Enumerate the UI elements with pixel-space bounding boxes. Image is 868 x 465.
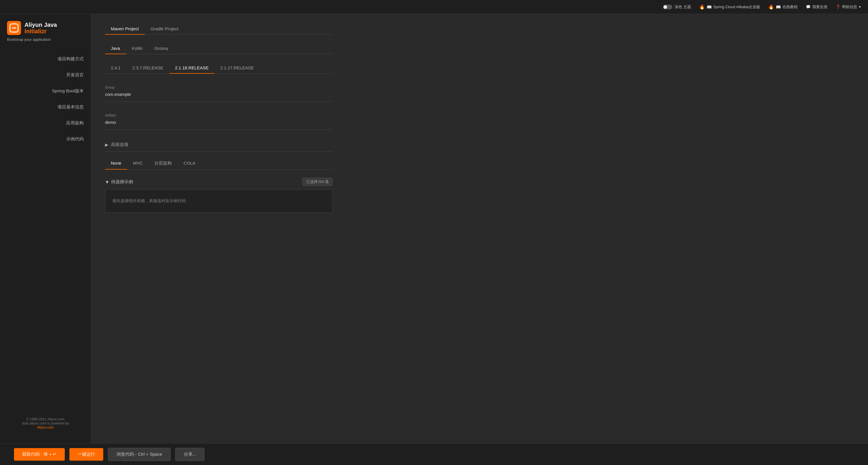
one-click-run-button[interactable]: 一键运行 — [69, 448, 103, 461]
chevron-right-icon: ▶ — [105, 142, 108, 147]
sidebar-item-language[interactable]: 开发语言 — [0, 67, 91, 83]
tab-gradle[interactable]: Gradle Project — [145, 23, 184, 35]
brand-sub: Initializr — [25, 28, 57, 34]
get-code-button[interactable]: 获取代码 - ⌘ + ↵ — [14, 448, 65, 461]
footer-link[interactable]: Aliyun.com — [37, 425, 54, 429]
advanced-label: 高级选项 — [111, 142, 128, 147]
tab-arch-layered[interactable]: 分层架构 — [149, 158, 178, 170]
example-badge: 已选择 0/0 项 — [303, 178, 333, 186]
theme-toggle-switch[interactable] — [663, 5, 672, 9]
sidebar-item-arch[interactable]: 应用架构 — [0, 115, 91, 131]
browse-label: 浏览代码 - Ctrl + Space — [116, 452, 162, 457]
arch-section: None MVC 分层架构 COLA — [105, 158, 333, 170]
feedback-label: 我要反馈 — [812, 4, 828, 10]
sidebar-item-build[interactable]: 项目构建方式 — [0, 51, 91, 67]
feedback-icon: 💬 — [806, 5, 810, 9]
fire-icon2: 🔥 — [768, 4, 774, 10]
tutorial-link[interactable]: 🔥 📖 在线教程 — [768, 4, 798, 10]
tab-boot-241[interactable]: 2.4.1 — [105, 62, 126, 74]
group-section: Group — [105, 82, 333, 102]
logo-box — [7, 21, 21, 35]
sidebar-brand: Aliyun Java Initializr Bootstrap your ap… — [0, 21, 91, 51]
example-section: ▼ 待选择示例 已选择 0/0 项 请先选择组件依赖，再挑选对应示例代码 — [105, 178, 333, 213]
share-button[interactable]: 分享... — [175, 448, 205, 461]
chevron-down-icon2: ▼ — [105, 179, 110, 185]
chevron-down-icon: ▾ — [859, 5, 861, 9]
spring-cloud-link[interactable]: 🔥 📖 Spring Cloud Alibaba企业版 — [699, 4, 760, 10]
brand-name: Aliyun Java — [25, 22, 57, 28]
help-icon: ❓ — [836, 5, 840, 9]
example-placeholder: 请先选择组件依赖，再挑选对应示例代码 — [105, 189, 333, 213]
advanced-toggle[interactable]: ▶ 高级选项 — [105, 138, 333, 152]
group-label: Group — [105, 86, 333, 90]
sidebar: Aliyun Java Initializr Bootstrap your ap… — [0, 14, 91, 443]
example-title-toggle[interactable]: ▼ 待选择示例 — [105, 179, 133, 185]
tab-arch-mvc[interactable]: MVC — [127, 158, 149, 170]
topbar: 深色 主题 🔥 📖 Spring Cloud Alibaba企业版 🔥 📖 在线… — [0, 0, 868, 14]
main-layout: Aliyun Java Initializr Bootstrap your ap… — [0, 14, 868, 443]
help-label: 帮助信息 — [842, 4, 857, 10]
browse-code-button[interactable]: 浏览代码 - Ctrl + Space — [108, 448, 170, 461]
example-header: ▼ 待选择示例 已选择 0/0 项 — [105, 178, 333, 186]
boot-version-section: 2.4.1 2.3.7.RELEASE 2.1.18.RELEASE 2.1.1… — [105, 62, 333, 74]
run-label: 一键运行 — [78, 452, 95, 457]
group-field-group: Group — [105, 82, 333, 102]
sidebar-item-boot-version[interactable]: Spring Boot版本 — [0, 83, 91, 99]
example-placeholder-text: 请先选择组件依赖，再挑选对应示例代码 — [112, 198, 186, 204]
fire-icon: 🔥 — [699, 4, 705, 10]
get-code-label: 获取代码 - ⌘ + ↵ — [22, 452, 57, 457]
brand-logo-row: Aliyun Java Initializr — [7, 21, 84, 35]
sidebar-item-example[interactable]: 示例代码 — [0, 131, 91, 147]
sidebar-footer: © 1999-2021 Aliyun.com start.aliyun.com … — [0, 410, 91, 436]
bottom-bar: 获取代码 - ⌘ + ↵ 一键运行 浏览代码 - Ctrl + Space 分享… — [0, 443, 868, 465]
share-label: 分享... — [184, 452, 196, 457]
example-title-label: 待选择示例 — [111, 179, 133, 185]
boot-tab-group: 2.4.1 2.3.7.RELEASE 2.1.18.RELEASE 2.1.1… — [105, 62, 333, 74]
form-area: Maven Project Gradle Project Java Kotlin… — [105, 23, 333, 213]
build-type-section: Maven Project Gradle Project — [105, 23, 333, 35]
tab-maven[interactable]: Maven Project — [105, 23, 145, 35]
brand-desc: Bootstrap your application — [7, 37, 84, 42]
feedback-link[interactable]: 💬 我要反馈 — [806, 4, 828, 10]
book-icon: 📖 — [707, 5, 712, 9]
tab-groovy[interactable]: Groovy — [149, 43, 174, 54]
artifact-section: Artifact — [105, 110, 333, 130]
theme-label: 深色 主题 — [675, 4, 691, 10]
footer-line2: start.aliyun.com is powered by — [7, 421, 84, 425]
tab-kotlin[interactable]: Kotlin — [126, 43, 149, 54]
artifact-label: Artifact — [105, 113, 333, 118]
artifact-input[interactable] — [105, 119, 333, 126]
tab-boot-2118[interactable]: 2.1.18.RELEASE — [169, 62, 214, 74]
tab-arch-none[interactable]: None — [105, 158, 127, 170]
arch-tab-group: None MVC 分层架构 COLA — [105, 158, 333, 170]
theme-toggle[interactable]: 深色 主题 — [663, 4, 691, 10]
sidebar-item-project-info[interactable]: 项目基本信息 — [0, 99, 91, 115]
tutorial-label: 在线教程 — [782, 4, 798, 10]
tab-boot-2117[interactable]: 2.1.17.RELEASE — [214, 62, 259, 74]
tab-arch-cola[interactable]: COLA — [178, 158, 201, 170]
language-section: Java Kotlin Groovy — [105, 43, 333, 54]
spring-cloud-label: Spring Cloud Alibaba企业版 — [713, 4, 760, 10]
language-tab-group: Java Kotlin Groovy — [105, 43, 333, 54]
sidebar-nav: 项目构建方式 开发语言 Spring Boot版本 项目基本信息 应用架构 示例… — [0, 51, 91, 410]
group-input[interactable] — [105, 91, 333, 98]
tab-java[interactable]: Java — [105, 43, 126, 54]
build-tab-group: Maven Project Gradle Project — [105, 23, 333, 35]
content-area: Maven Project Gradle Project Java Kotlin… — [91, 14, 868, 443]
book-icon2: 📖 — [776, 5, 781, 9]
tab-boot-2375[interactable]: 2.3.7.RELEASE — [126, 62, 169, 74]
footer-line1: © 1999-2021 Aliyun.com — [7, 417, 84, 421]
artifact-field-group: Artifact — [105, 110, 333, 130]
brand-text-col: Aliyun Java Initializr — [25, 22, 57, 34]
help-link[interactable]: ❓ 帮助信息 ▾ — [836, 4, 861, 10]
